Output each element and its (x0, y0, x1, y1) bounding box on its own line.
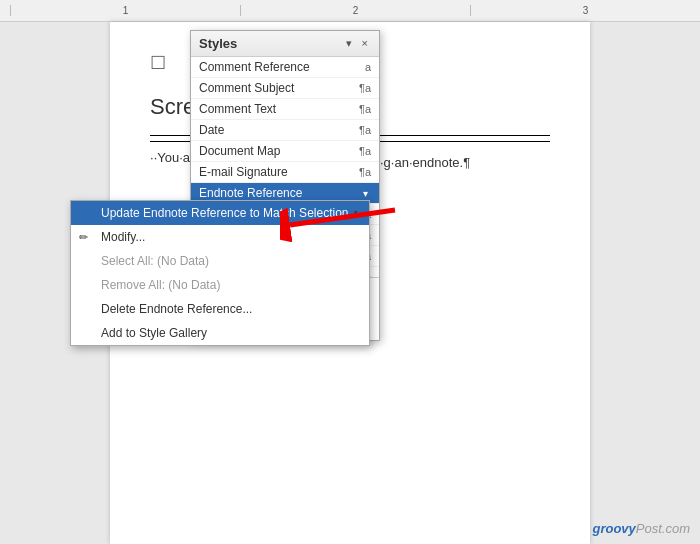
style-item-comment-reference[interactable]: Comment Reference a (191, 57, 379, 78)
style-symbol: ¶a (359, 124, 371, 136)
style-item-email-signature[interactable]: E-mail Signature ¶a (191, 162, 379, 183)
style-symbol: ¶a (359, 145, 371, 157)
styles-close-button[interactable]: × (359, 37, 371, 50)
style-label: Document Map (199, 144, 280, 158)
ctx-label: Delete Endnote Reference... (101, 302, 252, 316)
ctx-label: Add to Style Gallery (101, 326, 207, 340)
styles-panel-header: Styles ▾ × (191, 31, 379, 57)
style-label: Date (199, 123, 224, 137)
style-label: E-mail Signature (199, 165, 288, 179)
style-item-comment-subject[interactable]: Comment Subject ¶a (191, 78, 379, 99)
doc-text-right: ·g·an·endnote.¶ (380, 155, 470, 170)
style-dropdown-arrow[interactable]: ▾ (360, 187, 371, 200)
watermark-groovy: groovy (592, 521, 635, 536)
style-symbol: ¶a (359, 82, 371, 94)
style-symbol: ¶a (359, 166, 371, 178)
ctx-label: Remove All: (No Data) (101, 278, 220, 292)
ctx-label: Select All: (No Data) (101, 254, 209, 268)
styles-panel-title: Styles (199, 36, 237, 51)
watermark-suffix: Post.com (636, 521, 690, 536)
ctx-item-delete[interactable]: Delete Endnote Reference... (71, 297, 369, 321)
ruler-numbers: 1 2 3 (0, 5, 700, 16)
ctx-label: Modify... (101, 230, 145, 244)
style-label: Endnote Reference (199, 186, 302, 200)
style-label: Comment Subject (199, 81, 294, 95)
styles-panel-controls: ▾ × (343, 37, 371, 50)
ruler: 1 2 3 (0, 0, 700, 22)
style-label: Comment Reference (199, 60, 310, 74)
ruler-mark-1: 1 (10, 5, 240, 16)
style-item-date[interactable]: Date ¶a (191, 120, 379, 141)
style-symbol: ¶a (359, 103, 371, 115)
style-symbol: a (365, 61, 371, 73)
modify-icon: ✏ (79, 231, 88, 244)
ctx-item-modify[interactable]: ✏ Modify... (71, 225, 369, 249)
ctx-label: Update Endnote Reference to Match Select… (101, 206, 349, 220)
ruler-mark-3: 3 (470, 5, 700, 16)
context-menu: Update Endnote Reference to Match Select… (70, 200, 370, 346)
style-item-document-map[interactable]: Document Map ¶a (191, 141, 379, 162)
ctx-item-update[interactable]: Update Endnote Reference to Match Select… (71, 201, 369, 225)
styles-pin-button[interactable]: ▾ (343, 37, 355, 50)
ctx-item-add-gallery[interactable]: Add to Style Gallery (71, 321, 369, 345)
ctx-item-remove-all: Remove All: (No Data) (71, 273, 369, 297)
ctx-item-select-all: Select All: (No Data) (71, 249, 369, 273)
style-item-comment-text[interactable]: Comment Text ¶a (191, 99, 379, 120)
style-label: Comment Text (199, 102, 276, 116)
watermark: groovyPost.com (592, 521, 690, 536)
ruler-mark-2: 2 (240, 5, 470, 16)
cursor-icon: ↖ (353, 208, 361, 219)
